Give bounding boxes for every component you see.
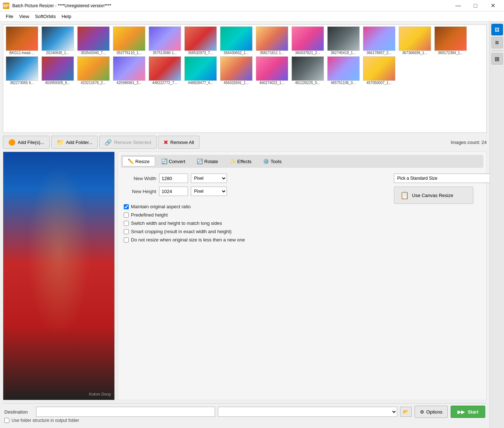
thumbnail — [434, 26, 467, 51]
right-sidebar: 🖼 ≡ ⊞ — [490, 22, 504, 428]
list-item[interactable]: 369172384_1... — [433, 26, 468, 55]
image-gallery[interactable]: BKG11-head-... 20240930_1... 353543340_7… — [3, 25, 487, 133]
smart-crop-label[interactable]: Smart cropping (result in exact width an… — [131, 229, 232, 234]
list-item[interactable]: 20240930_1... — [40, 26, 75, 55]
list-item[interactable]: BKG11-head-... — [5, 26, 39, 55]
predefined-height-checkbox[interactable] — [124, 213, 129, 218]
add-folder-button[interactable]: 📁 Add Folder... — [51, 136, 98, 149]
list-item[interactable]: 456032691_1... — [219, 56, 253, 85]
list-item[interactable]: 457050007_1... — [362, 56, 396, 85]
thumbnail — [41, 26, 74, 51]
menu-help[interactable]: Help — [59, 13, 74, 20]
thumbnail — [327, 56, 360, 81]
thumbnail — [399, 26, 431, 51]
minimize-button[interactable]: — — [450, 0, 466, 12]
options-button[interactable]: ⚙ Options — [415, 406, 448, 418]
list-view-button[interactable]: ≡ — [491, 37, 503, 48]
list-item[interactable]: 358171611 1... — [255, 26, 289, 55]
close-button[interactable]: ✕ — [485, 0, 501, 12]
list-item[interactable]: 353543340_7... — [76, 26, 110, 55]
list-item[interactable]: 448222772_7... — [148, 56, 182, 85]
image-label: 423211676_2... — [77, 81, 110, 85]
thumbnail — [292, 26, 324, 51]
destination-input[interactable] — [36, 407, 215, 417]
width-unit-select[interactable]: Pixel Percent cm inch — [191, 174, 227, 183]
menu-view[interactable]: View — [16, 13, 32, 20]
thumbnail — [363, 26, 395, 51]
width-input[interactable] — [159, 174, 188, 183]
image-label: 425996961_3... — [113, 81, 145, 85]
width-row: New Width Pixel Percent cm inch — [124, 174, 388, 183]
image-label: 369172384_1... — [434, 51, 467, 55]
list-item[interactable]: 465751106_0... — [326, 56, 360, 85]
standard-size-select[interactable]: Pick a Standard Size — [394, 174, 495, 183]
grid-view-button[interactable]: ⊞ — [491, 53, 503, 65]
start-label: Start — [468, 409, 478, 415]
tab-convert[interactable]: 🔄 Convert — [156, 156, 191, 166]
image-label: 353543340_7... — [77, 51, 110, 55]
add-files-button[interactable]: 🟠 Add File(s)... — [3, 136, 50, 149]
tab-effects[interactable]: ✨ Effects — [224, 156, 257, 166]
list-item[interactable]: 366178957_2... — [362, 26, 396, 55]
folder-structure-label[interactable]: Use folder structure in output folder — [12, 418, 79, 423]
list-item[interactable]: 360037821_2... — [290, 26, 325, 55]
list-item[interactable]: 382273055 6... — [5, 56, 39, 85]
maintain-ratio-row: Maintain original aspect ratio — [124, 204, 481, 209]
browse-icon: 📂 — [403, 409, 409, 415]
list-item[interactable]: 367366699_1... — [398, 26, 432, 55]
maximize-button[interactable]: □ — [467, 0, 484, 12]
add-files-label: Add File(s)... — [18, 140, 44, 145]
image-label: 20240930_1... — [41, 51, 74, 55]
list-item[interactable]: 460274022_1... — [255, 56, 289, 85]
thumbnail — [77, 26, 110, 51]
list-item[interactable]: 403959305_6... — [40, 56, 75, 85]
menubar: File View SoftOrbits Help — [0, 12, 504, 22]
effects-tab-icon: ✨ — [230, 158, 236, 164]
preview-panel: Kokon Dong — [3, 152, 115, 400]
height-unit-select[interactable]: Pixel Percent cm inch — [191, 187, 227, 196]
list-item[interactable]: 461226225_0... — [290, 56, 325, 85]
menu-softorbits[interactable]: SoftOrbits — [32, 13, 59, 20]
no-resize-checkbox[interactable] — [124, 237, 129, 243]
menu-file[interactable]: File — [3, 13, 16, 20]
remove-all-button[interactable]: ✖ Remove All — [158, 136, 200, 149]
destination-dropdown[interactable] — [218, 407, 397, 417]
thumbnail — [6, 26, 38, 51]
image-label: 357513580 1... — [149, 51, 181, 55]
remove-selected-button[interactable]: 🔗 Remove Selected — [99, 136, 157, 149]
window-controls: — □ ✕ — [450, 0, 501, 12]
destination-browse-button[interactable]: 📂 — [400, 407, 412, 417]
tab-resize[interactable]: ✏️ Resize — [122, 156, 155, 166]
maintain-ratio-checkbox[interactable] — [124, 204, 129, 209]
no-resize-label[interactable]: Do not resize when original size is less… — [131, 237, 245, 243]
list-item[interactable]: 448828477_4... — [183, 56, 218, 85]
list-item[interactable]: 425996961_3... — [112, 56, 146, 85]
height-input[interactable] — [159, 187, 188, 196]
maintain-ratio-label[interactable]: Maintain original aspect ratio — [131, 204, 190, 209]
images-count: Images count: 24 — [451, 140, 487, 145]
list-item[interactable]: 358430652_1... — [219, 26, 253, 55]
list-item[interactable]: 357513580 1... — [148, 26, 182, 55]
list-item[interactable]: 423211676_2... — [76, 56, 110, 85]
tab-tools[interactable]: ⚙️ Tools — [258, 156, 287, 166]
gear-icon: ⚙ — [420, 409, 424, 415]
start-button[interactable]: ▶▶ Start — [451, 406, 485, 418]
switch-wh-row: Switch width and height to match long si… — [124, 220, 481, 226]
image-label: 367366699_1... — [399, 51, 431, 55]
tab-rotate[interactable]: 🔃 Rotate — [191, 156, 223, 166]
folder-structure-checkbox[interactable] — [4, 418, 9, 423]
list-item[interactable]: 362745419_1... — [326, 26, 360, 55]
image-label: 358430652_1... — [220, 51, 253, 55]
image-label: 353776110_1... — [113, 51, 145, 55]
switch-wh-label[interactable]: Switch width and height to match long si… — [131, 220, 222, 226]
predefined-height-label[interactable]: Predefined height — [131, 212, 168, 218]
canvas-resize-button[interactable]: 📋 Use Canvas Resize — [394, 187, 473, 204]
smart-crop-checkbox[interactable] — [124, 229, 129, 234]
switch-wh-checkbox[interactable] — [124, 221, 129, 226]
sidebar-separator — [492, 51, 502, 51]
titlebar: BP Batch Picture Resizer - ****Unregiste… — [0, 0, 504, 12]
list-item[interactable]: 358532973_7... — [183, 26, 218, 55]
list-item[interactable]: 353776110_1... — [112, 26, 146, 55]
destination-label: Destination — [4, 409, 33, 415]
photo-view-button[interactable]: 🖼 — [491, 24, 503, 35]
